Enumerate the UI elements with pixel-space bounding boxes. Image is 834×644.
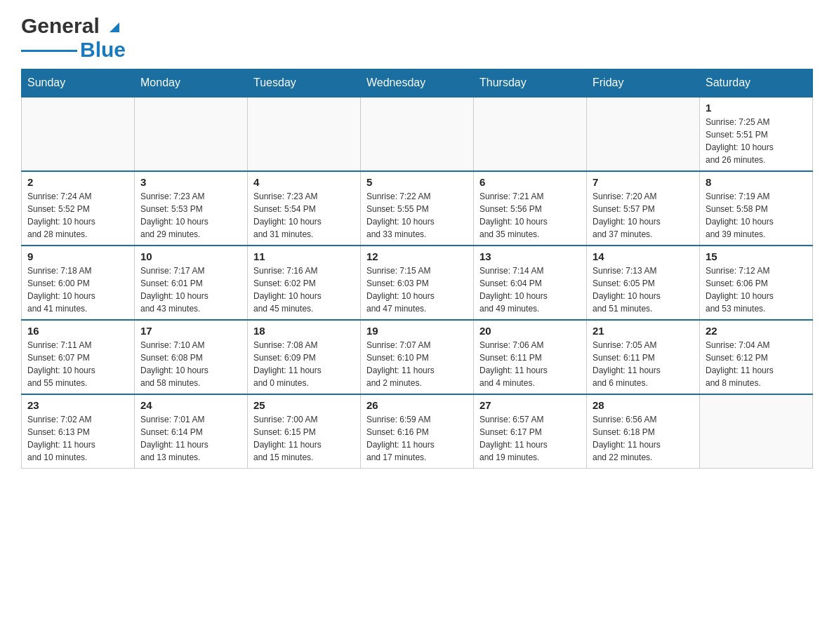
day-info: Sunrise: 7:00 AM Sunset: 6:15 PM Dayligh… (253, 413, 355, 464)
calendar-cell (22, 97, 135, 171)
day-number: 11 (253, 250, 355, 262)
calendar-cell (700, 394, 813, 469)
day-number: 6 (479, 176, 581, 188)
calendar-cell: 1Sunrise: 7:25 AM Sunset: 5:51 PM Daylig… (700, 97, 813, 171)
weekday-header-thursday: Thursday (474, 69, 587, 98)
day-info: Sunrise: 7:10 AM Sunset: 6:08 PM Dayligh… (140, 339, 241, 389)
day-info: Sunrise: 7:01 AM Sunset: 6:14 PM Dayligh… (140, 413, 241, 464)
day-number: 16 (27, 325, 128, 337)
calendar-cell: 28Sunrise: 6:56 AM Sunset: 6:18 PM Dayli… (587, 394, 700, 469)
day-info: Sunrise: 6:57 AM Sunset: 6:17 PM Dayligh… (479, 413, 581, 464)
day-info: Sunrise: 7:18 AM Sunset: 6:00 PM Dayligh… (27, 264, 128, 315)
day-number: 12 (366, 250, 468, 262)
day-number: 1 (706, 102, 807, 114)
day-info: Sunrise: 7:06 AM Sunset: 6:11 PM Dayligh… (479, 339, 581, 389)
day-number: 8 (706, 176, 807, 188)
calendar-cell (587, 97, 700, 171)
day-info: Sunrise: 7:17 AM Sunset: 6:01 PM Dayligh… (140, 264, 241, 315)
day-info: Sunrise: 7:07 AM Sunset: 6:10 PM Dayligh… (366, 339, 468, 389)
calendar-week-row: 23Sunrise: 7:02 AM Sunset: 6:13 PM Dayli… (22, 394, 813, 469)
day-number: 15 (706, 250, 807, 262)
weekday-header-friday: Friday (587, 69, 700, 98)
day-number: 28 (593, 399, 694, 411)
day-info: Sunrise: 7:19 AM Sunset: 5:58 PM Dayligh… (706, 190, 807, 241)
calendar-cell (361, 97, 474, 171)
calendar-cell: 2Sunrise: 7:24 AM Sunset: 5:52 PM Daylig… (22, 171, 135, 246)
day-number: 2 (27, 176, 128, 188)
day-info: Sunrise: 7:02 AM Sunset: 6:13 PM Dayligh… (27, 413, 128, 464)
day-number: 14 (593, 250, 694, 262)
calendar-week-row: 1Sunrise: 7:25 AM Sunset: 5:51 PM Daylig… (22, 97, 813, 171)
day-info: Sunrise: 7:08 AM Sunset: 6:09 PM Dayligh… (253, 339, 355, 389)
calendar-week-row: 16Sunrise: 7:11 AM Sunset: 6:07 PM Dayli… (22, 320, 813, 394)
weekday-header-sunday: Sunday (22, 69, 135, 98)
calendar-cell: 11Sunrise: 7:16 AM Sunset: 6:02 PM Dayli… (248, 246, 361, 320)
day-number: 25 (253, 399, 355, 411)
day-info: Sunrise: 7:23 AM Sunset: 5:53 PM Dayligh… (140, 190, 241, 241)
day-number: 17 (140, 325, 241, 337)
day-info: Sunrise: 7:15 AM Sunset: 6:03 PM Dayligh… (366, 264, 468, 315)
calendar-table: SundayMondayTuesdayWednesdayThursdayFrid… (21, 69, 813, 469)
logo-blue: Blue (80, 38, 126, 62)
logo: General Blue (21, 14, 126, 62)
calendar-cell: 8Sunrise: 7:19 AM Sunset: 5:58 PM Daylig… (700, 171, 813, 246)
calendar-cell: 26Sunrise: 6:59 AM Sunset: 6:16 PM Dayli… (361, 394, 474, 469)
day-number: 21 (593, 325, 694, 337)
day-number: 18 (253, 325, 355, 337)
calendar-cell: 14Sunrise: 7:13 AM Sunset: 6:05 PM Dayli… (587, 246, 700, 320)
day-number: 5 (366, 176, 468, 188)
weekday-header-monday: Monday (135, 69, 248, 98)
day-info: Sunrise: 7:22 AM Sunset: 5:55 PM Dayligh… (366, 190, 468, 241)
day-info: Sunrise: 7:23 AM Sunset: 5:54 PM Dayligh… (253, 190, 355, 241)
day-info: Sunrise: 7:12 AM Sunset: 6:06 PM Dayligh… (706, 264, 807, 315)
day-info: Sunrise: 6:59 AM Sunset: 6:16 PM Dayligh… (366, 413, 468, 464)
logo-text: General (21, 14, 122, 38)
day-number: 7 (593, 176, 694, 188)
day-number: 24 (140, 399, 241, 411)
calendar-week-row: 2Sunrise: 7:24 AM Sunset: 5:52 PM Daylig… (22, 171, 813, 246)
day-number: 13 (479, 250, 581, 262)
day-info: Sunrise: 7:05 AM Sunset: 6:11 PM Dayligh… (593, 339, 694, 389)
weekday-header-saturday: Saturday (700, 69, 813, 98)
calendar-cell: 9Sunrise: 7:18 AM Sunset: 6:00 PM Daylig… (22, 246, 135, 320)
day-info: Sunrise: 7:21 AM Sunset: 5:56 PM Dayligh… (479, 190, 581, 241)
calendar-cell: 21Sunrise: 7:05 AM Sunset: 6:11 PM Dayli… (587, 320, 700, 394)
calendar-cell: 6Sunrise: 7:21 AM Sunset: 5:56 PM Daylig… (474, 171, 587, 246)
day-info: Sunrise: 7:20 AM Sunset: 5:57 PM Dayligh… (593, 190, 694, 241)
day-number: 20 (479, 325, 581, 337)
day-info: Sunrise: 6:56 AM Sunset: 6:18 PM Dayligh… (593, 413, 694, 464)
day-info: Sunrise: 7:24 AM Sunset: 5:52 PM Dayligh… (27, 190, 128, 241)
calendar-cell: 16Sunrise: 7:11 AM Sunset: 6:07 PM Dayli… (22, 320, 135, 394)
calendar-cell (474, 97, 587, 171)
day-info: Sunrise: 7:16 AM Sunset: 6:02 PM Dayligh… (253, 264, 355, 315)
calendar-cell: 4Sunrise: 7:23 AM Sunset: 5:54 PM Daylig… (248, 171, 361, 246)
day-number: 3 (140, 176, 241, 188)
calendar-cell: 17Sunrise: 7:10 AM Sunset: 6:08 PM Dayli… (135, 320, 248, 394)
calendar-cell: 20Sunrise: 7:06 AM Sunset: 6:11 PM Dayli… (474, 320, 587, 394)
day-info: Sunrise: 7:13 AM Sunset: 6:05 PM Dayligh… (593, 264, 694, 315)
calendar-cell: 24Sunrise: 7:01 AM Sunset: 6:14 PM Dayli… (135, 394, 248, 469)
day-info: Sunrise: 7:25 AM Sunset: 5:51 PM Dayligh… (706, 116, 807, 166)
calendar-cell: 13Sunrise: 7:14 AM Sunset: 6:04 PM Dayli… (474, 246, 587, 320)
day-number: 26 (366, 399, 468, 411)
calendar-cell: 22Sunrise: 7:04 AM Sunset: 6:12 PM Dayli… (700, 320, 813, 394)
calendar-cell: 23Sunrise: 7:02 AM Sunset: 6:13 PM Dayli… (22, 394, 135, 469)
calendar-cell (248, 97, 361, 171)
calendar-cell: 3Sunrise: 7:23 AM Sunset: 5:53 PM Daylig… (135, 171, 248, 246)
day-info: Sunrise: 7:14 AM Sunset: 6:04 PM Dayligh… (479, 264, 581, 315)
day-info: Sunrise: 7:11 AM Sunset: 6:07 PM Dayligh… (27, 339, 128, 389)
day-number: 9 (27, 250, 128, 262)
svg-marker-0 (110, 22, 119, 32)
calendar-cell (135, 97, 248, 171)
calendar-cell: 18Sunrise: 7:08 AM Sunset: 6:09 PM Dayli… (248, 320, 361, 394)
weekday-header-row: SundayMondayTuesdayWednesdayThursdayFrid… (22, 69, 813, 98)
weekday-header-wednesday: Wednesday (361, 69, 474, 98)
weekday-header-tuesday: Tuesday (248, 69, 361, 98)
day-number: 19 (366, 325, 468, 337)
day-number: 23 (27, 399, 128, 411)
day-number: 22 (706, 325, 807, 337)
calendar-cell: 10Sunrise: 7:17 AM Sunset: 6:01 PM Dayli… (135, 246, 248, 320)
calendar-cell: 5Sunrise: 7:22 AM Sunset: 5:55 PM Daylig… (361, 171, 474, 246)
calendar-week-row: 9Sunrise: 7:18 AM Sunset: 6:00 PM Daylig… (22, 246, 813, 320)
calendar-cell: 12Sunrise: 7:15 AM Sunset: 6:03 PM Dayli… (361, 246, 474, 320)
